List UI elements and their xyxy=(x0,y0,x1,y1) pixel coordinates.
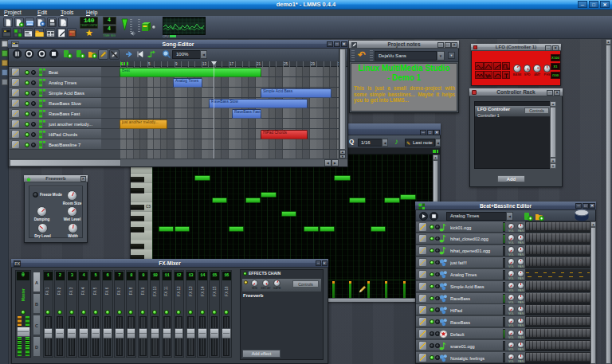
svg-text:FX: FX xyxy=(14,261,20,266)
